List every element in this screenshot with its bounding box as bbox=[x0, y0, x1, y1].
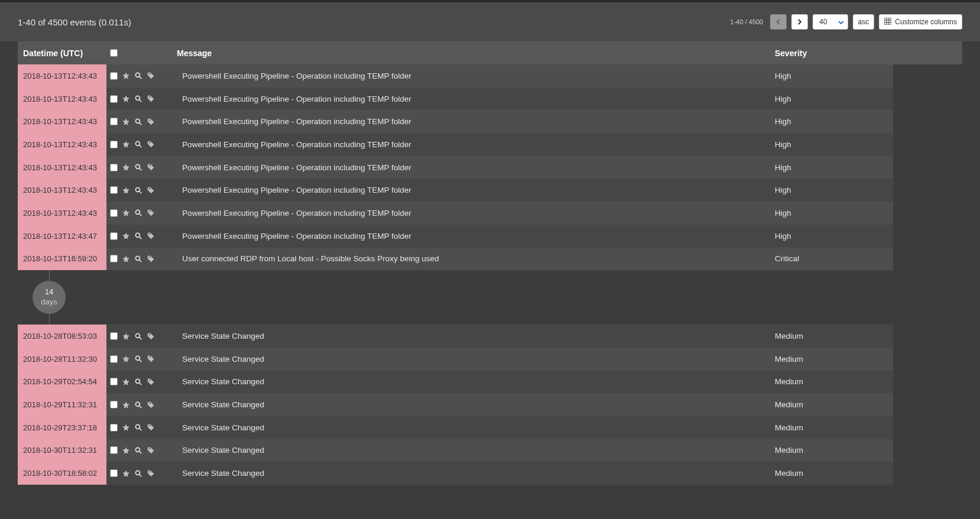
table-row[interactable]: 2018-10-13T12:43:43Powershell Executing … bbox=[18, 110, 962, 133]
rows-group-a: 2018-10-13T12:43:43Powershell Executing … bbox=[18, 64, 962, 270]
star-icon[interactable] bbox=[122, 72, 130, 80]
tag-icon[interactable] bbox=[147, 469, 155, 478]
table-row[interactable]: 2018-10-30T18:58:02Service State Changed… bbox=[18, 462, 962, 485]
search-icon[interactable] bbox=[134, 95, 143, 103]
table-row[interactable]: 2018-10-28T11:32:30Service State Changed… bbox=[18, 348, 962, 371]
row-checkbox[interactable] bbox=[110, 401, 118, 408]
table-row[interactable]: 2018-10-29T02:54:54Service State Changed… bbox=[18, 371, 962, 394]
star-icon[interactable] bbox=[122, 255, 130, 263]
table-row[interactable]: 2018-10-28T08:53:03Service State Changed… bbox=[18, 325, 962, 348]
row-checkbox[interactable] bbox=[110, 355, 118, 363]
row-checkbox[interactable] bbox=[110, 95, 118, 103]
star-icon[interactable] bbox=[122, 332, 130, 340]
gap-unit: days bbox=[41, 297, 57, 307]
cell-severity: Medium bbox=[775, 348, 893, 371]
col-datetime[interactable]: Datetime (UTC) bbox=[18, 48, 106, 58]
cell-message: Service State Changed bbox=[172, 439, 775, 462]
star-icon[interactable] bbox=[122, 209, 130, 217]
sort-order-button[interactable]: asc bbox=[853, 14, 875, 30]
search-icon[interactable] bbox=[134, 423, 143, 432]
search-icon[interactable] bbox=[134, 186, 143, 194]
star-icon[interactable] bbox=[122, 232, 130, 240]
row-checkbox[interactable] bbox=[110, 469, 118, 477]
table-row[interactable]: 2018-10-13T12:43:43Powershell Executing … bbox=[18, 64, 962, 87]
prev-page-button[interactable] bbox=[770, 14, 787, 30]
cell-message: Powershell Executing Pipeline - Operatio… bbox=[172, 133, 775, 156]
tag-icon[interactable] bbox=[147, 446, 155, 455]
cell-severity: Medium bbox=[775, 325, 893, 348]
col-severity[interactable]: Severity bbox=[775, 48, 893, 58]
star-icon[interactable] bbox=[122, 163, 130, 171]
col-message[interactable]: Message bbox=[172, 48, 775, 58]
search-icon[interactable] bbox=[134, 255, 143, 263]
customize-columns-button[interactable]: Customize columns bbox=[879, 14, 962, 30]
row-checkbox[interactable] bbox=[110, 164, 118, 171]
tag-icon[interactable] bbox=[147, 163, 155, 171]
star-icon[interactable] bbox=[122, 118, 130, 126]
search-icon[interactable] bbox=[134, 209, 143, 217]
table-row[interactable]: 2018-10-13T12:43:43Powershell Executing … bbox=[18, 202, 962, 225]
star-icon[interactable] bbox=[122, 355, 130, 363]
row-checkbox[interactable] bbox=[110, 186, 118, 194]
star-icon[interactable] bbox=[122, 423, 130, 432]
search-icon[interactable] bbox=[134, 378, 143, 386]
table-row[interactable]: 2018-10-30T11:32:31Service State Changed… bbox=[18, 439, 962, 462]
cell-actions bbox=[106, 325, 172, 348]
star-icon[interactable] bbox=[122, 446, 130, 455]
tag-icon[interactable] bbox=[147, 209, 155, 217]
row-checkbox[interactable] bbox=[110, 378, 118, 385]
tag-icon[interactable] bbox=[147, 95, 155, 103]
cell-message: Powershell Executing Pipeline - Operatio… bbox=[172, 202, 775, 225]
table-row[interactable]: 2018-10-13T12:43:43Powershell Executing … bbox=[18, 133, 962, 156]
star-icon[interactable] bbox=[122, 378, 130, 386]
table-row[interactable]: 2018-10-13T12:43:47Powershell Executing … bbox=[18, 225, 962, 248]
search-icon[interactable] bbox=[134, 140, 143, 148]
search-icon[interactable] bbox=[134, 72, 143, 80]
tag-icon[interactable] bbox=[147, 72, 155, 80]
page-size-select[interactable]: 40 bbox=[813, 14, 848, 30]
star-icon[interactable] bbox=[122, 186, 130, 194]
table-row[interactable]: 2018-10-29T11:32:31Service State Changed… bbox=[18, 393, 962, 416]
tag-icon[interactable] bbox=[147, 423, 155, 432]
search-icon[interactable] bbox=[134, 446, 143, 455]
row-checkbox[interactable] bbox=[110, 255, 118, 262]
star-icon[interactable] bbox=[122, 140, 130, 148]
search-icon[interactable] bbox=[134, 401, 143, 409]
row-checkbox[interactable] bbox=[110, 332, 118, 340]
search-icon[interactable] bbox=[134, 118, 143, 126]
search-icon[interactable] bbox=[134, 232, 143, 240]
select-all-checkbox[interactable] bbox=[110, 49, 118, 57]
tag-icon[interactable] bbox=[147, 401, 155, 409]
row-checkbox[interactable] bbox=[110, 424, 118, 432]
row-checkbox[interactable] bbox=[110, 209, 118, 217]
search-icon[interactable] bbox=[134, 355, 143, 363]
row-checkbox[interactable] bbox=[110, 118, 118, 125]
row-checkbox[interactable] bbox=[110, 72, 118, 80]
search-icon[interactable] bbox=[134, 332, 143, 340]
search-icon[interactable] bbox=[134, 163, 143, 171]
next-page-button[interactable] bbox=[791, 14, 808, 30]
table-row[interactable]: 2018-10-13T16:59:20User connected RDP fr… bbox=[18, 248, 962, 271]
search-icon[interactable] bbox=[134, 469, 143, 478]
tag-icon[interactable] bbox=[147, 332, 155, 340]
cell-severity: Critical bbox=[775, 248, 893, 271]
cell-message: Powershell Executing Pipeline - Operatio… bbox=[172, 87, 775, 111]
tag-icon[interactable] bbox=[147, 255, 155, 263]
star-icon[interactable] bbox=[122, 469, 130, 478]
tag-icon[interactable] bbox=[147, 186, 155, 194]
table-row[interactable]: 2018-10-13T12:43:43Powershell Executing … bbox=[18, 179, 962, 202]
row-checkbox[interactable] bbox=[110, 232, 118, 240]
table-row[interactable]: 2018-10-13T12:43:43Powershell Executing … bbox=[18, 87, 962, 111]
tag-icon[interactable] bbox=[147, 232, 155, 240]
tag-icon[interactable] bbox=[147, 118, 155, 126]
star-icon[interactable] bbox=[122, 401, 130, 409]
tag-icon[interactable] bbox=[147, 355, 155, 363]
sort-order-label: asc bbox=[858, 18, 869, 26]
row-checkbox[interactable] bbox=[110, 446, 118, 454]
table-row[interactable]: 2018-10-29T23:37:18Service State Changed… bbox=[18, 416, 962, 439]
table-row[interactable]: 2018-10-13T12:43:43Powershell Executing … bbox=[18, 156, 962, 179]
star-icon[interactable] bbox=[122, 95, 130, 103]
tag-icon[interactable] bbox=[147, 378, 155, 386]
row-checkbox[interactable] bbox=[110, 141, 118, 148]
tag-icon[interactable] bbox=[147, 140, 155, 148]
